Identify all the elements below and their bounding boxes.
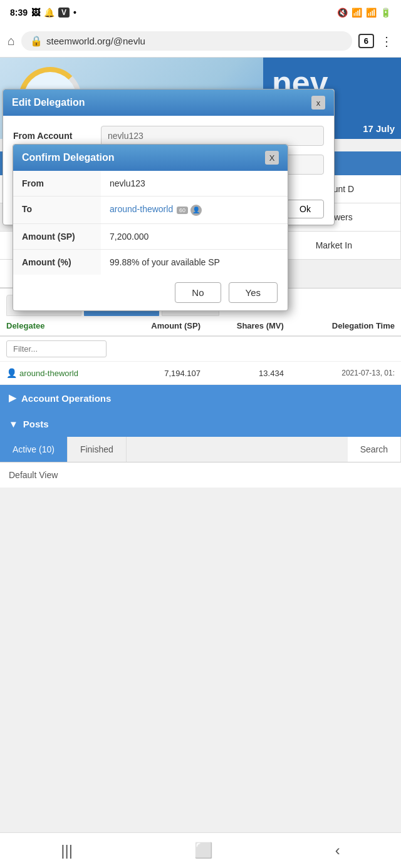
confirm-header: Confirm Delegation X [13, 145, 288, 171]
confirm-to-value: around-theworld 60 👤 [101, 197, 288, 223]
confirm-amount-pct-row: Amount (%) 99.88% of your available SP [13, 250, 288, 275]
back-button[interactable]: ||| [61, 842, 73, 859]
lock-icon: 🔒 [30, 35, 43, 47]
image-icon: 🖼 [31, 8, 40, 18]
confirm-amount-pct-value: 99.88% of your available SP [101, 250, 288, 275]
account-operations-arrow: ▶ [9, 392, 16, 404]
confirm-to-row: To around-theworld 60 👤 [13, 197, 288, 224]
filter-input[interactable] [6, 340, 107, 357]
posts-tabs: Active (10) Finished Search [0, 437, 401, 462]
confirm-from-row: From nevlu123 [13, 171, 288, 197]
battery-icon: 🔋 [380, 8, 391, 18]
time-display: 8:39 [10, 8, 28, 18]
browser-bar: ⌂ 🔒 steemworld.org/@nevlu 6 ⋮ [0, 25, 401, 58]
bottom-nav: ||| ⬜ ‹ [0, 832, 401, 868]
confirm-to-user-icon: 👤 [190, 205, 202, 216]
table-header: Delegatee Amount (SP) Shares (MV) Delega… [0, 316, 401, 337]
confirm-title: Confirm Delegation [22, 152, 115, 163]
account-operations-label: Account Operations [21, 393, 111, 404]
confirm-to-text: around-theworld [110, 204, 173, 214]
ok-button[interactable]: Ok [286, 200, 324, 218]
posts-label: Posts [23, 419, 49, 429]
from-account-label: From Account [13, 131, 95, 141]
home-icon[interactable]: ⌂ [8, 34, 15, 48]
confirm-amount-sp-label: Amount (SP) [13, 224, 101, 249]
tab-count[interactable]: 6 [358, 34, 374, 48]
v-badge-icon: V [58, 8, 70, 18]
from-account-value: nevlu123 [101, 126, 324, 146]
posts-tab-active[interactable]: Active (10) [0, 437, 68, 462]
hero-date: 17 July [363, 123, 395, 134]
confirm-close-button[interactable]: X [265, 151, 279, 165]
confirm-from-value: nevlu123 [101, 171, 288, 196]
table-row: 👤 around-theworld 7,194.107 13.434 2021-… [0, 362, 401, 385]
delegatee-user-icon: 👤 [6, 368, 17, 378]
account-operations-section[interactable]: ▶ Account Operations [0, 385, 401, 411]
confirm-body: From nevlu123 To around-theworld 60 👤 Am… [13, 171, 288, 275]
th-amount-sp: Amount (SP) [117, 321, 200, 330]
th-delegation-time: Delegation Time [284, 321, 395, 330]
mute-icon: 🔇 [337, 8, 348, 18]
delegatee-name[interactable]: around-theworld [19, 369, 78, 378]
shares-cell: 13.434 [200, 369, 284, 378]
confirm-to-label: To [13, 197, 101, 223]
posts-section-header[interactable]: ▼ Posts [0, 411, 401, 437]
confirm-amount-pct-label: Amount (%) [13, 250, 101, 275]
status-right: 🔇 📶 📶 🔋 [337, 8, 391, 18]
confirm-from-label: From [13, 171, 101, 196]
confirm-footer: No Yes [13, 275, 288, 310]
th-delegatee: Delegatee [6, 321, 117, 330]
confirm-to-badge: 60 [177, 207, 188, 214]
confirm-amount-sp-value: 7,200.000 [101, 224, 288, 249]
th-shares-mv: Shares (MV) [200, 321, 284, 330]
home-button[interactable]: ⬜ [194, 842, 213, 859]
amount-cell: 7,194.107 [117, 369, 200, 378]
posts-tab-finished[interactable]: Finished [68, 437, 127, 462]
from-account-row: From Account nevlu123 [13, 126, 324, 146]
no-button[interactable]: No [175, 282, 221, 303]
bell-icon: 🔔 [44, 8, 55, 18]
edit-delegation-header: Edit Delegation x [3, 89, 334, 116]
posts-tab-search[interactable]: Search [348, 437, 401, 462]
delegatee-cell: 👤 around-theworld [6, 368, 117, 378]
edit-delegation-title: Edit Delegation [12, 97, 85, 108]
wifi-icon: 📶 [352, 8, 362, 18]
url-bar[interactable]: 🔒 steemworld.org/@nevlu [21, 31, 352, 51]
more-icon[interactable]: ⋮ [380, 34, 393, 49]
posts-arrow: ▼ [9, 419, 18, 429]
url-text: steemworld.org/@nevlu [46, 36, 145, 46]
recent-button[interactable]: ‹ [335, 842, 340, 859]
edit-delegation-close-button[interactable]: x [311, 96, 325, 110]
dot-icon: • [73, 8, 76, 18]
status-left: 8:39 🖼 🔔 V • [10, 8, 76, 18]
confirm-amount-sp-row: Amount (SP) 7,200.000 [13, 224, 288, 250]
default-view: Default View [0, 462, 401, 488]
signal-icon: 📶 [366, 8, 377, 18]
filter-row [0, 337, 401, 362]
yes-button[interactable]: Yes [229, 282, 278, 303]
confirm-delegation-modal: Confirm Delegation X From nevlu123 To ar… [13, 144, 288, 311]
time-cell: 2021-07-13, 01: [284, 369, 395, 377]
status-bar: 8:39 🖼 🔔 V • 🔇 📶 📶 🔋 [0, 0, 401, 25]
